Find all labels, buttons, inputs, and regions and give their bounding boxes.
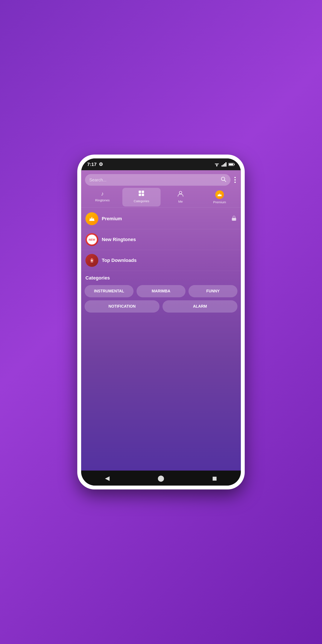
tab-categories-label: Categories: [134, 199, 150, 203]
list-item-premium[interactable]: Premium: [81, 208, 241, 229]
app-content: ♪ Ringtones Categories: [81, 170, 241, 486]
bottom-nav: ◀ ⬤ ◼: [81, 470, 241, 486]
tab-ringtones-label: Ringtones: [95, 198, 110, 202]
categories-section-header: Categories: [81, 271, 241, 283]
music-note-icon: ♪: [101, 190, 104, 197]
search-input[interactable]: [89, 178, 218, 182]
status-bar: 7:17 ⚙: [81, 158, 241, 170]
tab-me[interactable]: Me: [162, 188, 200, 206]
category-funny[interactable]: FUNNY: [188, 285, 238, 297]
tab-divider: [81, 207, 241, 208]
tab-ringtones[interactable]: ♪ Ringtones: [83, 188, 122, 206]
list-item-new-ringtones[interactable]: NEW New Ringtones: [81, 229, 241, 250]
svg-rect-20: [234, 220, 234, 220]
more-dot-1: [234, 177, 236, 178]
category-alarm[interactable]: ALARM: [162, 300, 238, 312]
more-dot-2: [234, 179, 236, 180]
category-marimba[interactable]: MARIMBA: [136, 285, 186, 297]
premium-list-icon: [86, 212, 98, 225]
home-button[interactable]: ⬤: [158, 475, 164, 482]
svg-point-17: [179, 191, 182, 194]
tab-premium[interactable]: Premium: [200, 188, 239, 206]
status-right: [214, 162, 235, 166]
premium-badge-icon: [215, 190, 224, 199]
wifi-icon: [214, 162, 220, 166]
svg-rect-15: [139, 194, 141, 196]
tab-me-label: Me: [178, 200, 183, 203]
svg-rect-9: [234, 164, 235, 165]
new-ringtones-label: New Ringtones: [102, 237, 236, 242]
svg-point-3: [216, 166, 217, 166]
svg-rect-10: [229, 164, 233, 165]
status-time: 7:17: [87, 162, 96, 167]
tab-premium-label: Premium: [213, 200, 226, 204]
signal-icon: [222, 162, 227, 166]
top-downloads-icon: [86, 254, 98, 267]
list-section: Premium NEW: [81, 208, 241, 470]
search-icon[interactable]: [221, 176, 226, 183]
svg-rect-7: [226, 162, 226, 166]
category-instrumental[interactable]: INSTRUMENTAL: [84, 285, 134, 297]
category-notification[interactable]: NOTIFICATION: [84, 300, 160, 312]
more-dot-3: [234, 182, 236, 183]
phone-frame: 7:17 ⚙: [77, 154, 245, 490]
svg-rect-5: [223, 164, 224, 166]
top-downloads-label: Top Downloads: [102, 258, 236, 263]
svg-rect-4: [222, 165, 222, 166]
svg-rect-16: [142, 194, 144, 196]
svg-rect-13: [139, 190, 141, 193]
gear-icon: ⚙: [99, 162, 103, 167]
battery-icon: [228, 163, 235, 166]
svg-rect-6: [224, 163, 225, 166]
categories-header-text: Categories: [86, 275, 110, 280]
categories-grid: INSTRUMENTAL MARIMBA FUNNY NOTIFICATION …: [81, 283, 241, 314]
recent-apps-button[interactable]: ◼: [212, 475, 217, 482]
phone-screen: 7:17 ⚙: [81, 158, 241, 486]
back-button[interactable]: ◀: [105, 475, 110, 482]
tab-bar: ♪ Ringtones Categories: [81, 188, 241, 206]
new-ringtones-icon: NEW: [86, 233, 98, 246]
svg-line-12: [224, 180, 226, 182]
status-left: 7:17 ⚙: [87, 162, 103, 167]
more-menu-button[interactable]: [233, 175, 237, 184]
svg-rect-14: [142, 190, 144, 193]
grid-icon: [138, 190, 144, 198]
search-bar[interactable]: [85, 174, 230, 186]
tab-categories[interactable]: Categories: [122, 188, 160, 206]
search-container: [81, 170, 241, 188]
lock-icon: [232, 215, 236, 222]
premium-item-label: Premium: [102, 216, 228, 222]
list-item-top-downloads[interactable]: Top Downloads: [81, 250, 241, 271]
person-icon: [178, 190, 184, 198]
